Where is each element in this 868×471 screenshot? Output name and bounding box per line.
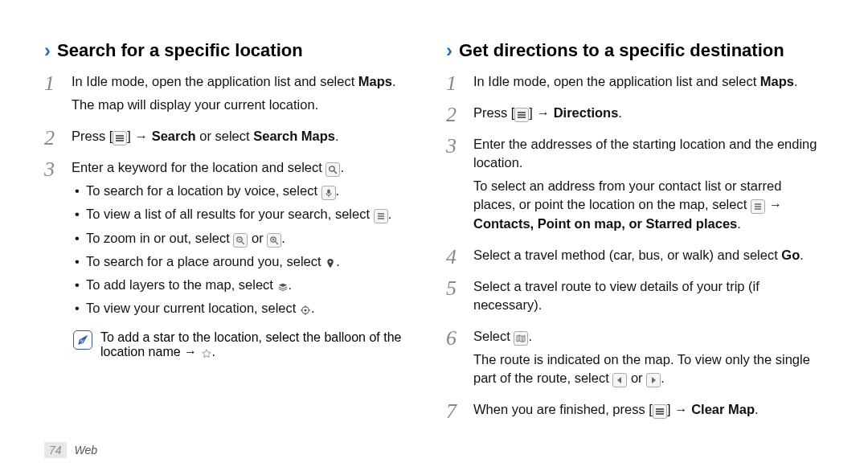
text: To search for a place around you, select (86, 254, 325, 268)
section-heading-directions: › Get directions to a specific destinati… (446, 40, 824, 61)
text: ] → (529, 105, 553, 120)
arrow-right-icon (646, 373, 661, 387)
text: . (661, 371, 665, 385)
section-heading-search: › Search for a specific location (44, 40, 422, 61)
note-text: To add a star to the location, select th… (100, 330, 401, 358)
svg-point-6 (304, 309, 306, 311)
step-3: 3 Enter a keyword for the location and s… (44, 158, 422, 322)
step-6: 6 Select . The route is indicated on the… (446, 327, 824, 392)
text: Enter the addresses of the starting loca… (473, 135, 824, 172)
text: Select (473, 329, 514, 343)
text: or (248, 231, 267, 245)
text: The map will display your current locati… (72, 96, 422, 114)
step-number: 1 (446, 73, 473, 94)
text: To add layers to the map, select (86, 277, 277, 292)
step-number: 3 (446, 136, 473, 157)
bullet-results: To view a list of all results for your s… (75, 205, 422, 223)
note-star: To add a star to the location, select th… (73, 330, 422, 359)
step-3: 3 Enter the addresses of the starting lo… (446, 135, 824, 237)
step-number: 2 (446, 104, 473, 125)
text: To zoom in or out, select (86, 231, 233, 245)
bullet-location: To view your current location, select . (75, 299, 422, 317)
text: or select (196, 129, 254, 143)
step-number: 4 (446, 247, 473, 268)
text: To select an address from your contact l… (473, 178, 781, 211)
zoom-in-icon (267, 233, 281, 248)
step-1: 1 In Idle mode, open the application lis… (44, 72, 422, 119)
text: To view your current location, select (86, 301, 300, 315)
bold-contacts-point-starred: Contacts, Point on map, or Starred place… (473, 216, 737, 231)
heading-directions: Get directions to a specific destination (459, 40, 784, 61)
bold-go: Go (781, 248, 800, 262)
bold-clear-map: Clear Map (691, 402, 755, 416)
step-number: 6 (446, 328, 473, 349)
step-7: 7 When you are finished, press [] → Clea… (446, 400, 824, 424)
text: or (627, 371, 646, 385)
step-1: 1 In Idle mode, open the application lis… (446, 72, 824, 96)
list-icon (374, 209, 388, 223)
step-2: 2 Press [] → Search or select Search Map… (44, 127, 422, 150)
text: . (800, 248, 804, 262)
text: Enter a keyword for the location and sel… (72, 160, 326, 174)
bold-search: Search (152, 129, 196, 143)
bullet-voice: To search for a location by voice, selec… (75, 182, 422, 200)
heading-search: Search for a specific location (57, 40, 303, 61)
chevron-right-icon: › (44, 41, 51, 60)
step-4: 4 Select a travel method (car, bus, or w… (446, 246, 824, 269)
layers-icon (277, 281, 289, 293)
bullet-layers: To add layers to the map, select . (75, 276, 422, 294)
step-number: 1 (44, 73, 72, 94)
chevron-right-icon: › (446, 41, 452, 60)
text: . (794, 74, 798, 88)
bold-search-maps: Search Maps (253, 129, 335, 143)
note-icon (73, 330, 92, 350)
map-icon (514, 331, 528, 346)
text: . (212, 345, 215, 358)
text: . (392, 74, 396, 88)
text: ] → (127, 129, 151, 143)
text: ] → (667, 402, 691, 416)
page-number: 74 (44, 442, 67, 458)
bold-maps: Maps (760, 74, 794, 88)
svg-rect-1 (327, 190, 330, 195)
text: . (528, 329, 532, 343)
bullet-zoom: To zoom in or out, select or . (75, 229, 422, 248)
section-label: Web (75, 444, 98, 457)
menu-icon (113, 131, 127, 145)
text: Press [ (473, 105, 514, 120)
text: . (755, 402, 759, 416)
text: To search for a location by voice, selec… (86, 183, 321, 198)
step-number: 3 (44, 159, 72, 180)
page-footer: 74Web (44, 444, 97, 457)
menu-icon (514, 108, 529, 122)
my-location-icon (300, 305, 311, 316)
pin-icon (325, 258, 336, 269)
bold-directions: Directions (554, 105, 619, 120)
step-number: 2 (44, 128, 72, 149)
search-icon (326, 162, 340, 177)
list-icon (751, 199, 765, 214)
bullet-place: To search for a place around you, select… (75, 252, 422, 271)
step-5: 5 Select a travel route to view details … (446, 277, 824, 319)
text: . (737, 216, 741, 231)
text: Press [ (72, 129, 113, 143)
star-icon (201, 348, 212, 359)
text: When you are finished, press [ (473, 402, 653, 416)
svg-point-0 (330, 166, 334, 171)
text: To view a list of all results for your s… (86, 207, 374, 221)
arrow-left-icon (612, 373, 627, 387)
step-number: 5 (446, 278, 473, 299)
bold-maps: Maps (358, 74, 392, 88)
text: . (335, 129, 339, 143)
text: Select a travel route to view details of… (473, 277, 824, 314)
text: In Idle mode, open the application list … (473, 74, 760, 88)
text: → (765, 197, 782, 211)
text: In Idle mode, open the application list … (72, 74, 358, 88)
svg-point-4 (330, 260, 332, 263)
step-2: 2 Press [] → Directions. (446, 104, 824, 127)
mic-icon (321, 186, 336, 200)
step-number: 7 (446, 401, 473, 422)
text: Select a travel method (car, bus, or wal… (473, 248, 781, 262)
text: . (618, 105, 622, 120)
menu-icon (653, 404, 667, 419)
